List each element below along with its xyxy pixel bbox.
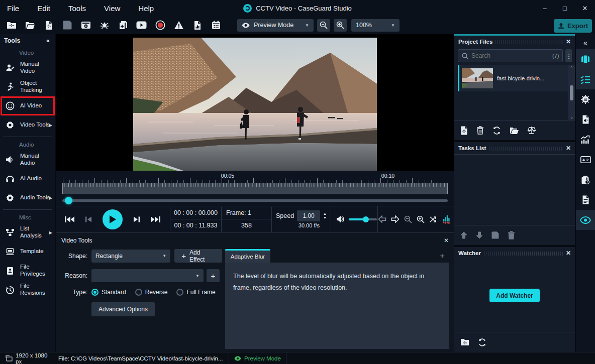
playhead-handle[interactable] (65, 197, 72, 204)
sidebar-item-manual-video[interactable]: Manual Video (0, 58, 55, 77)
radio-full-frame[interactable]: Full Frame (176, 289, 215, 296)
sidebar-item-video-tools[interactable]: Video Tools ▶ (0, 115, 55, 135)
menu-view[interactable]: View (104, 4, 120, 13)
notes-tab[interactable] (576, 190, 595, 210)
add-effect-button[interactable]: + Add Effect (174, 249, 222, 263)
menu-file[interactable]: File (7, 4, 19, 13)
export-button[interactable]: Export (554, 19, 592, 33)
drag-handle[interactable] (484, 252, 563, 256)
delete-file-button[interactable] (476, 126, 484, 135)
advanced-options-button[interactable]: Advanced Options (91, 302, 155, 316)
issues-button[interactable] (172, 19, 185, 32)
close-icon[interactable]: ✕ (566, 250, 571, 257)
ai-tools-tab[interactable]: AI (576, 89, 595, 109)
move-task-up-button[interactable] (460, 231, 467, 239)
search-input[interactable] (471, 52, 549, 59)
close-icon[interactable]: ✕ (566, 38, 571, 45)
file-info-tab[interactable] (576, 170, 595, 190)
file-list-item[interactable]: fast-bicycle-drivin... (458, 65, 568, 91)
zoom-level-dropdown[interactable]: 100% ▼ (351, 19, 400, 32)
search-box[interactable]: (7) (458, 49, 563, 62)
volume-icon[interactable] (336, 215, 345, 223)
report-button[interactable] (191, 19, 204, 32)
move-task-down-button[interactable] (476, 231, 483, 239)
timeline[interactable]: 00:05 00:10 (56, 171, 454, 206)
reason-select[interactable]: ▼ (91, 269, 204, 282)
menu-help[interactable]: Help (138, 4, 154, 13)
sidebar-item-list-analysis[interactable]: List Analysis ▶ (0, 223, 55, 242)
skip-start-button[interactable] (64, 215, 74, 223)
preview-mode-dropdown[interactable]: Preview Mode ▼ (237, 19, 314, 32)
collapse-sidebar-icon[interactable]: « (46, 37, 50, 44)
open-folder-button[interactable] (24, 19, 36, 32)
detach-arrows-icon[interactable] (429, 215, 438, 223)
analytics-tab[interactable] (576, 130, 595, 150)
scroll-up-icon[interactable]: ⌃ (570, 66, 574, 71)
save-tasks-button[interactable] (491, 231, 499, 239)
skip-end-button[interactable] (151, 215, 161, 223)
add-file-button[interactable] (42, 19, 55, 32)
play-button[interactable] (103, 209, 123, 229)
sidebar-item-file-revisions[interactable]: File Revisions (0, 280, 55, 299)
timeline-zoom-in-icon[interactable] (417, 215, 425, 223)
record-button[interactable] (154, 19, 166, 32)
sidebar-item-ai-video[interactable]: AI Video (0, 96, 55, 115)
add-watcher-button[interactable]: Add Watcher (489, 289, 540, 302)
menu-tools[interactable]: Tools (68, 4, 86, 13)
video-canvas[interactable] (56, 34, 454, 171)
maximize-button[interactable]: □ (555, 0, 575, 16)
volume-handle[interactable] (363, 216, 369, 222)
zoom-out-button[interactable] (317, 19, 330, 32)
radio-reverse[interactable]: Reverse (135, 289, 168, 296)
audio-waveform[interactable] (62, 183, 448, 194)
volume-slider[interactable] (349, 218, 377, 220)
menu-edit[interactable]: Edit (37, 4, 50, 13)
video-export-button[interactable] (135, 19, 148, 32)
redo-frame-button[interactable] (391, 215, 400, 223)
radio-standard[interactable]: Standard (91, 289, 126, 296)
speed-down-button[interactable]: ▼ (323, 216, 327, 219)
audio-file-tab[interactable] (576, 109, 595, 130)
save-button[interactable] (61, 19, 73, 32)
open-location-button[interactable] (510, 127, 519, 134)
collapse-panels-icon[interactable]: « (576, 36, 595, 49)
speed-up-button[interactable]: ▲ (323, 212, 327, 215)
scroll-down-icon[interactable]: ⌄ (570, 114, 574, 119)
sidebar-item-ai-audio[interactable]: AI Audio (0, 169, 55, 188)
audio-levels-icon[interactable] (443, 215, 451, 224)
schedule-button[interactable] (210, 19, 222, 32)
drag-handle[interactable] (495, 40, 563, 44)
close-icon[interactable]: ✕ (566, 145, 571, 152)
add-watch-folder-button[interactable] (460, 338, 469, 346)
add-reason-button[interactable]: + (207, 269, 220, 282)
step-forward-button[interactable] (133, 216, 140, 223)
sidebar-item-object-tracking[interactable]: Object Tracking (0, 77, 55, 96)
scrub-bar[interactable] (62, 196, 448, 206)
minimize-button[interactable]: – (535, 0, 555, 16)
add-file-button[interactable] (460, 126, 468, 135)
timeline-ruler[interactable]: 00:05 00:10 (62, 171, 448, 183)
scroll-thumb[interactable] (570, 85, 573, 100)
tasks-list-tab[interactable] (576, 69, 595, 89)
import-media-button[interactable] (117, 19, 129, 32)
project-files-tab[interactable] (576, 49, 595, 69)
close-icon[interactable]: ✕ (444, 237, 449, 244)
sidebar-item-file-privileges[interactable]: File Privileges (0, 261, 55, 280)
watcher-tab[interactable] (576, 210, 595, 230)
license-plate-tab[interactable]: A2 (576, 150, 595, 170)
zoom-in-button[interactable] (334, 19, 347, 32)
new-project-button[interactable] (5, 19, 18, 32)
sidebar-item-audio-tools[interactable]: Audio Tools ▶ (0, 188, 55, 207)
add-tab-button[interactable]: + (440, 251, 445, 261)
tab-adaptive-blur[interactable]: Adaptive Blur (225, 249, 270, 263)
compare-files-button[interactable] (527, 126, 536, 135)
shape-select[interactable]: Rectangle ▼ (91, 250, 170, 263)
sidebar-item-template[interactable]: Template (0, 242, 55, 261)
files-scrollbar[interactable]: ⌃ ⌄ (568, 65, 575, 120)
scrub-track[interactable] (62, 199, 448, 202)
files-menu-button[interactable]: ⋮ (565, 49, 572, 62)
undo-frame-button[interactable] (378, 215, 386, 223)
close-button[interactable]: ✕ (575, 0, 595, 16)
delete-task-button[interactable] (508, 231, 515, 239)
refresh-files-button[interactable] (492, 127, 501, 135)
